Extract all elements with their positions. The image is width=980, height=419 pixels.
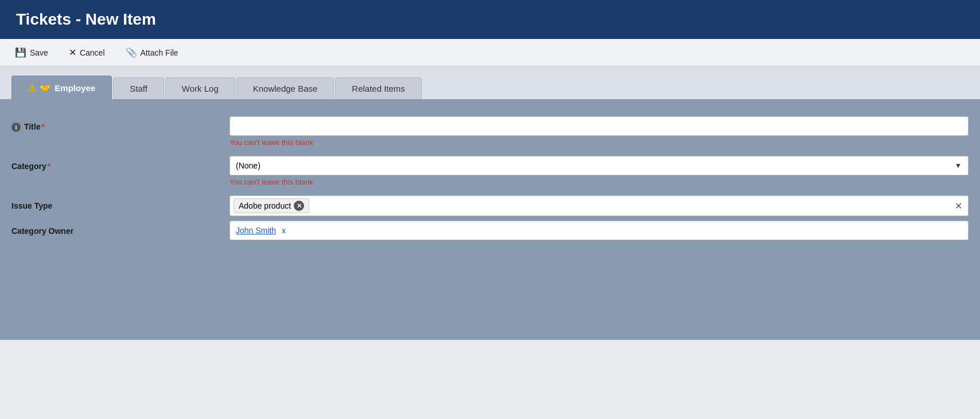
issue-type-field: Adobe product ✕ ✕ [230,195,969,216]
cancel-button[interactable]: ✕ Cancel [65,45,108,60]
attach-file-button[interactable]: 📎 Attach File [122,45,182,60]
save-icon: 💾 [15,47,26,58]
category-select[interactable]: (None) [230,156,969,175]
tab-worklog-label: Work Log [182,84,219,93]
tab-knowledgebase[interactable]: Knowledge Base [236,77,335,99]
page-title: Tickets - New Item [16,10,964,29]
info-icon: i [11,123,21,132]
title-required-star: * [41,122,44,131]
toolbar: 💾 Save ✕ Cancel 📎 Attach File [0,39,980,66]
category-owner-control-area: John Smith x [230,221,969,240]
category-control-area: (None) You can't leave this blank [230,156,969,191]
form-area: i Title* You can't leave this blank Cate… [0,99,980,340]
category-owner-row: Category Owner John Smith x [11,221,969,241]
category-label: Category* [11,156,230,177]
tab-worklog[interactable]: Work Log [165,77,235,99]
issue-type-clear-button[interactable]: ✕ [952,201,965,212]
title-error: You can't leave this blank [230,138,969,147]
tab-staff[interactable]: Staff [113,77,164,99]
tabs: ⚠ 🤝 Employee Staff Work Log Knowledge Ba… [11,76,969,99]
category-error: You can't leave this blank [230,178,969,186]
issue-type-tag-label: Adobe product [239,201,291,210]
category-required-star: * [48,162,50,171]
attach-label: Attach File [141,48,178,57]
attach-icon: 📎 [126,47,137,58]
issue-type-input[interactable] [313,199,947,213]
category-owner-label: Category Owner [11,221,230,241]
page-header: Tickets - New Item [0,0,980,39]
issue-type-control-area: Adobe product ✕ ✕ [230,195,969,216]
category-select-wrapper: (None) [230,156,969,175]
category-row: Category* (None) You can't leave this bl… [11,156,969,191]
category-owner-link[interactable]: John Smith [236,226,276,235]
category-owner-field: John Smith x [230,221,969,240]
cancel-label: Cancel [80,48,105,57]
issue-type-tag-remove[interactable]: ✕ [294,201,304,211]
field-clear-icon: ✕ [955,201,962,211]
save-label: Save [30,48,48,57]
issue-type-tag: Adobe product ✕ [234,198,309,213]
issue-type-label: Issue Type [11,195,230,216]
tab-employee[interactable]: ⚠ 🤝 Employee [11,76,112,99]
title-row: i Title* You can't leave this blank [11,116,969,151]
tab-knowledgebase-label: Knowledge Base [253,84,318,93]
issue-type-row: Issue Type Adobe product ✕ ✕ [11,195,969,216]
title-input[interactable] [230,116,969,136]
tab-employee-label: Employee [55,83,95,93]
title-control-area: You can't leave this blank [230,116,969,151]
tab-relateditems[interactable]: Related Items [335,77,422,99]
handshake-icon: 🤝 [40,83,50,93]
cancel-icon: ✕ [69,47,76,58]
category-owner-remove[interactable]: x [282,226,286,235]
tag-remove-icon: ✕ [297,202,302,210]
tabs-container: ⚠ 🤝 Employee Staff Work Log Knowledge Ba… [0,66,980,99]
save-button[interactable]: 💾 Save [11,45,52,60]
tab-relateditems-label: Related Items [352,84,405,93]
warning-icon: ⚠ [28,83,36,93]
tab-staff-label: Staff [130,84,147,93]
title-label: i Title* [11,116,230,138]
